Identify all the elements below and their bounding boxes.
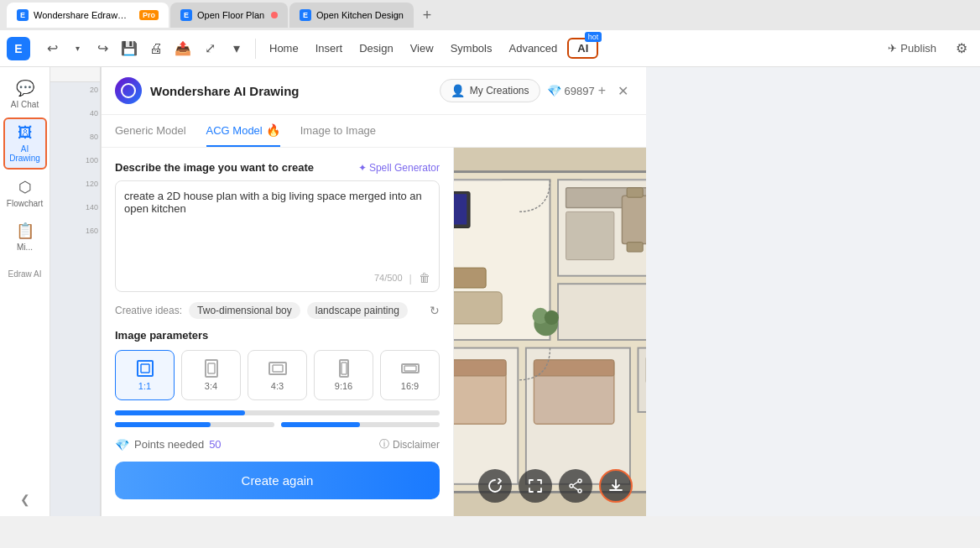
slider-row-2 xyxy=(115,422,440,427)
svg-rect-34 xyxy=(454,268,486,288)
ratio-4-3-icon xyxy=(268,359,287,378)
download-icon xyxy=(608,478,623,493)
ratio-3-4[interactable]: 3:4 xyxy=(181,350,241,400)
tab-acg-model[interactable]: ACG Model 🔥 xyxy=(206,115,280,147)
ratio-1-1-label: 1:1 xyxy=(138,381,151,391)
textarea-footer: 74/500 | 🗑 xyxy=(116,268,439,291)
svg-rect-36 xyxy=(454,360,506,376)
edraw-ai-label: Edraw AI xyxy=(4,264,44,283)
tab-generic-model-label: Generic Model xyxy=(115,124,186,137)
disclaimer-label: Disclaimer xyxy=(393,439,440,451)
tab-openfloor-label: Open Floor Plan xyxy=(197,10,264,20)
ai-tabs: Generic Model ACG Model 🔥 Image to Image xyxy=(102,115,646,148)
tab-edrawmax[interactable]: E Wondershare EdrawMax Pro xyxy=(7,3,169,28)
print-button[interactable]: 🖨 xyxy=(144,37,168,60)
ai-menu-button[interactable]: AI hot xyxy=(567,38,598,59)
creative-chip-0[interactable]: Two-dimensional boy xyxy=(189,302,300,319)
spell-generator-button[interactable]: ✦ Spell Generator xyxy=(358,162,440,174)
generated-image-container xyxy=(454,148,646,516)
creative-chip-1[interactable]: landscape painting xyxy=(307,302,408,319)
svg-rect-52 xyxy=(454,194,467,224)
points-icon: 💎 xyxy=(547,84,561,97)
points-display: 💎 69897 + xyxy=(547,83,607,98)
my-creations-button[interactable]: 👤 My Creations xyxy=(440,79,540,102)
ruler-mark-80: 80 xyxy=(90,133,98,141)
tab-openkitchen-label: Open Kitchen Design xyxy=(316,10,404,20)
describe-label: Describe the image you want to create xyxy=(115,161,314,174)
add-tab-button[interactable]: + xyxy=(415,3,439,27)
points-add-button[interactable]: + xyxy=(598,83,606,98)
creative-ideas-refresh-button[interactable]: ↻ xyxy=(430,304,440,317)
char-count: 74/500 xyxy=(374,273,403,283)
textarea-container: 74/500 | 🗑 xyxy=(115,180,440,292)
ai-panel-content: Describe the image you want to create ✦ … xyxy=(102,148,646,516)
regenerate-button[interactable] xyxy=(478,469,512,503)
undo-button[interactable]: ↩ xyxy=(40,37,64,60)
share-button[interactable]: ⤢ xyxy=(198,37,222,60)
ai-panel-close-button[interactable]: ✕ xyxy=(612,81,633,101)
ratio-16-9[interactable]: 16:9 xyxy=(380,350,440,400)
share-icon xyxy=(568,478,583,493)
tab-generic-model[interactable]: Generic Model xyxy=(115,115,186,147)
describe-section: Describe the image you want to create ✦ … xyxy=(115,161,440,292)
ratio-9-16[interactable]: 9:16 xyxy=(314,350,373,400)
nav-advanced[interactable]: Advanced xyxy=(502,39,564,58)
sidebar-item-flowchart[interactable]: ⬡ Flowchart xyxy=(3,173,47,213)
svg-rect-0 xyxy=(138,361,153,376)
ai-button-label: AI xyxy=(577,42,588,55)
disclaimer-icon: ⓘ xyxy=(379,437,389,451)
svg-point-56 xyxy=(570,484,573,488)
nav-design[interactable]: Design xyxy=(352,39,399,58)
more-toolbar-button[interactable]: ▾ xyxy=(225,37,248,60)
slider-1[interactable] xyxy=(115,410,440,415)
nav-symbols[interactable]: Symbols xyxy=(444,39,499,58)
sidebar-collapse-button[interactable]: ❮ xyxy=(15,489,35,509)
tab-image-to-image[interactable]: Image to Image xyxy=(300,115,376,147)
fullscreen-button[interactable] xyxy=(519,469,552,503)
redo-button[interactable]: ↪ xyxy=(91,37,114,60)
ai-panel: Wondershare AI Drawing 👤 My Creations 💎 … xyxy=(101,67,646,516)
export-button[interactable]: 📤 xyxy=(171,37,195,60)
sidebar-item-mi[interactable]: 📋 Mi... xyxy=(3,217,47,257)
svg-rect-41 xyxy=(622,196,646,243)
publish-button[interactable]: ✈ Publish xyxy=(878,39,946,58)
share-image-button[interactable] xyxy=(559,469,592,503)
svg-rect-38 xyxy=(534,360,613,376)
desc-header: Describe the image you want to create ✦ … xyxy=(115,161,440,174)
nav-view[interactable]: View xyxy=(404,39,440,58)
settings-button[interactable]: ⚙ xyxy=(950,37,973,60)
svg-rect-32 xyxy=(558,284,646,340)
delete-input-button[interactable]: 🗑 xyxy=(419,271,430,284)
ai-hot-badge: hot xyxy=(585,32,602,42)
ratio-1-1-icon xyxy=(136,359,154,378)
nav-insert[interactable]: Insert xyxy=(309,39,350,58)
ruler-mark-160: 160 xyxy=(86,227,98,235)
slider-row-1 xyxy=(115,410,440,415)
slider-3[interactable] xyxy=(281,422,440,427)
nav-home[interactable]: Home xyxy=(263,39,305,58)
tab-image-to-image-label: Image to Image xyxy=(300,124,376,137)
download-button[interactable] xyxy=(599,469,633,503)
tab-openkitchen[interactable]: E Open Kitchen Design xyxy=(289,3,414,28)
ratio-1-1[interactable]: 1:1 xyxy=(115,350,175,400)
slider-2[interactable] xyxy=(115,422,274,427)
my-creations-icon: 👤 xyxy=(451,84,465,97)
ratio-4-3[interactable]: 4:3 xyxy=(248,350,307,400)
sidebar-item-ai-chat[interactable]: 💬 AI Chat xyxy=(3,74,47,114)
ai-image-panel xyxy=(454,148,646,516)
sidebar-item-ai-drawing[interactable]: 🖼 AI Drawing xyxy=(3,117,47,170)
disclaimer-button[interactable]: ⓘ Disclaimer xyxy=(379,437,440,451)
slider-2-fill xyxy=(115,422,211,427)
canvas-area[interactable]: 20 40 80 100 120 140 160 xyxy=(50,67,101,516)
tab-openfloor[interactable]: E Open Floor Plan xyxy=(170,3,288,28)
points-row: 💎 Points needed 50 ⓘ Disclaimer xyxy=(115,437,440,451)
svg-point-50 xyxy=(545,311,559,325)
undo-dropdown[interactable]: ▾ xyxy=(65,37,89,60)
create-again-button[interactable]: Create again xyxy=(115,462,440,499)
save-button[interactable]: 💾 xyxy=(117,37,141,60)
ai-panel-title: Wondershare AI Drawing xyxy=(150,84,300,98)
ruler-mark-120: 120 xyxy=(86,180,98,188)
app-logo: E xyxy=(7,37,30,60)
svg-line-59 xyxy=(573,487,578,490)
description-input[interactable] xyxy=(116,181,439,265)
